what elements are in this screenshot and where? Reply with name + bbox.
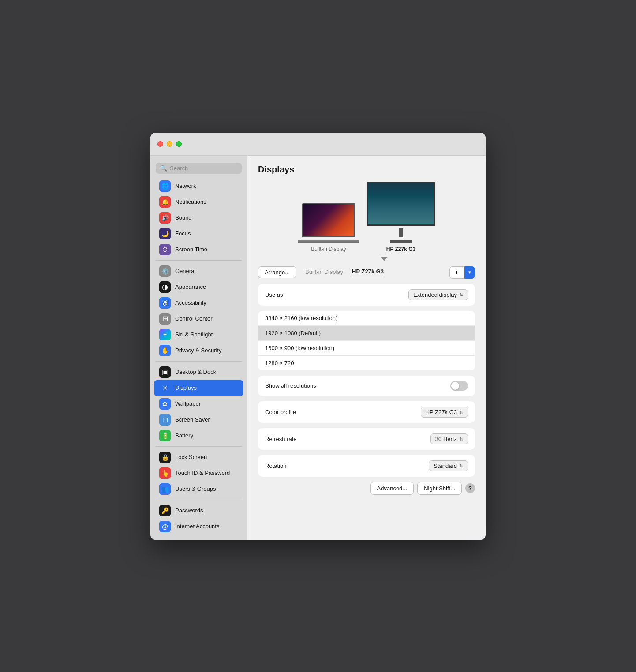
- rotation-panel: Rotation Standard ⇅: [258, 455, 475, 477]
- show-all-resolutions-control: [450, 381, 468, 391]
- appearance-icon: ◑: [159, 281, 171, 293]
- use-as-panel: Use as Extended display ⇅: [258, 284, 475, 306]
- sidebar-item-screensaver[interactable]: ◻ Screen Saver: [154, 412, 243, 428]
- laptop-screen: [302, 203, 355, 237]
- displays-row: Built-in Display HP Z27k G3: [298, 182, 435, 252]
- displays-icon: ☀: [159, 382, 171, 394]
- night-shift-button[interactable]: Night Shift...: [417, 482, 462, 495]
- sidebar-item-battery[interactable]: 🔋 Battery: [154, 428, 243, 444]
- rotation-value: Standard: [434, 463, 457, 469]
- show-all-resolutions-panel: Show all resolutions: [258, 376, 475, 396]
- search-icon: 🔍: [160, 165, 167, 172]
- sidebar-item-label: General: [175, 268, 195, 274]
- show-all-resolutions-toggle[interactable]: [450, 381, 468, 391]
- refresh-rate-row: Refresh rate 30 Hertz ⇅: [258, 428, 475, 450]
- search-box[interactable]: 🔍 Search: [156, 163, 242, 174]
- sidebar-item-lockscreen[interactable]: 🔒 Lock Screen: [154, 449, 243, 465]
- sidebar-item-siri[interactable]: ✦ Siri & Spotlight: [154, 327, 243, 343]
- internet-icon: @: [159, 521, 171, 532]
- sidebar-item-sound[interactable]: 🔊 Sound: [154, 210, 243, 226]
- sidebar-item-accessibility[interactable]: ♿ Accessibility: [154, 295, 243, 311]
- help-button[interactable]: ?: [465, 483, 475, 493]
- sidebar-item-screentime[interactable]: ⏱ Screen Time: [154, 242, 243, 258]
- hp-display-item[interactable]: HP Z27k G3: [367, 182, 435, 252]
- sidebar-item-touchid[interactable]: 👆 Touch ID & Password: [154, 465, 243, 481]
- wallpaper-icon: ✿: [159, 398, 171, 410]
- show-all-resolutions-row: Show all resolutions: [258, 376, 475, 396]
- resolution-item-0[interactable]: 3840 × 2160 (low resolution): [258, 311, 475, 326]
- color-profile-value: HP Z27k G3: [426, 409, 457, 415]
- sidebar-item-network[interactable]: 🌐 Network: [154, 178, 243, 194]
- accessibility-icon: ♿: [159, 297, 171, 309]
- maximize-button[interactable]: [176, 141, 182, 147]
- close-button[interactable]: [157, 141, 163, 147]
- sidebar-item-label: Focus: [175, 230, 191, 237]
- display-preview-area: Built-in Display HP Z27k G3: [258, 182, 475, 263]
- builtin-display-label: Built-in Display: [311, 246, 346, 252]
- color-profile-panel: Color profile HP Z27k G3 ⇅: [258, 401, 475, 423]
- sidebar-item-label: Touch ID & Password: [175, 470, 230, 476]
- sidebar-item-internet[interactable]: @ Internet Accounts: [154, 519, 243, 534]
- sidebar-item-label: Screen Time: [175, 246, 207, 253]
- passwords-icon: 🔑: [159, 505, 171, 516]
- use-as-dropdown[interactable]: Extended display ⇅: [408, 289, 468, 300]
- rotation-row: Rotation Standard ⇅: [258, 455, 475, 477]
- use-as-value: Extended display: [413, 291, 457, 298]
- show-all-resolutions-label: Show all resolutions: [265, 382, 450, 389]
- builtin-display-item[interactable]: Built-in Display: [298, 203, 359, 252]
- focus-icon: 🌙: [159, 228, 171, 239]
- sidebar-item-wallpaper[interactable]: ✿ Wallpaper: [154, 396, 243, 412]
- sidebar-item-appearance[interactable]: ◑ Appearance: [154, 279, 243, 295]
- sidebar-item-general[interactable]: ⚙️ General: [154, 263, 243, 279]
- tab-hp[interactable]: HP Z27k G3: [352, 268, 384, 276]
- sidebar-item-notifications[interactable]: 🔔 Notifications: [154, 194, 243, 210]
- sidebar-item-displays[interactable]: ☀ Displays: [154, 380, 243, 396]
- rotation-arrows: ⇅: [460, 463, 463, 468]
- display-add-btn: + ▾: [449, 266, 475, 279]
- bottom-buttons: Advanced... Night Shift... ?: [258, 482, 475, 495]
- sidebar-item-desktop[interactable]: ▣ Desktop & Dock: [154, 364, 243, 380]
- resolution-item-1[interactable]: 1920 × 1080 (Default): [258, 326, 475, 341]
- refresh-rate-dropdown[interactable]: 30 Hertz ⇅: [430, 433, 468, 444]
- color-profile-arrows: ⇅: [460, 410, 463, 414]
- resolution-item-3[interactable]: 1280 × 720: [258, 356, 475, 370]
- sidebar-item-label: Displays: [175, 385, 197, 391]
- refresh-rate-value: 30 Hertz: [435, 436, 457, 442]
- sidebar-item-label: Siri & Spotlight: [175, 331, 213, 338]
- selected-display-triangle: [381, 257, 388, 261]
- sidebar-item-label: Desktop & Dock: [175, 369, 216, 375]
- sidebar-item-label: Passwords: [175, 507, 203, 514]
- page-title: Displays: [258, 164, 475, 175]
- network-icon: 🌐: [159, 180, 171, 192]
- sidebar-item-privacy[interactable]: ✋ Privacy & Security: [154, 343, 243, 358]
- advanced-button[interactable]: Advanced...: [370, 482, 414, 495]
- sidebar-item-label: Screen Saver: [175, 416, 210, 423]
- display-controls: Arrange... Built-in Display HP Z27k G3 +…: [258, 266, 475, 279]
- resolution-list-panel: 3840 × 2160 (low resolution) 1920 × 1080…: [258, 311, 475, 370]
- sidebar-item-passwords[interactable]: 🔑 Passwords: [154, 503, 243, 519]
- color-profile-label: Color profile: [265, 409, 421, 415]
- laptop-base: [298, 240, 359, 243]
- sidebar-item-label: Wallpaper: [175, 400, 201, 407]
- refresh-rate-panel: Refresh rate 30 Hertz ⇅: [258, 428, 475, 450]
- arrange-button[interactable]: Arrange...: [258, 266, 296, 278]
- sidebar-item-focus[interactable]: 🌙 Focus: [154, 226, 243, 242]
- resolution-item-2[interactable]: 1600 × 900 (low resolution): [258, 341, 475, 356]
- tab-builtin[interactable]: Built-in Display: [305, 269, 343, 276]
- rotation-dropdown[interactable]: Standard ⇅: [429, 460, 468, 471]
- add-display-button[interactable]: +: [449, 266, 464, 279]
- minimize-button[interactable]: [167, 141, 172, 147]
- display-options-chevron-button[interactable]: ▾: [464, 266, 475, 279]
- rotation-label: Rotation: [265, 463, 429, 469]
- search-container: 🔍 Search: [150, 161, 247, 178]
- use-as-arrows: ⇅: [460, 292, 463, 297]
- screentime-icon: ⏱: [159, 244, 171, 255]
- general-icon: ⚙️: [159, 265, 171, 277]
- touchid-icon: 👆: [159, 467, 171, 479]
- sidebar-divider-4: [156, 500, 242, 500]
- lockscreen-icon: 🔒: [159, 452, 171, 463]
- sidebar-item-controlcenter[interactable]: ⊞ Control Center: [154, 311, 243, 327]
- sidebar-item-users[interactable]: 👥 Users & Groups: [154, 481, 243, 497]
- color-profile-dropdown[interactable]: HP Z27k G3 ⇅: [421, 407, 468, 418]
- content-area: 🔍 Search 🌐 Network 🔔 Notifications 🔊 Sou…: [150, 156, 486, 540]
